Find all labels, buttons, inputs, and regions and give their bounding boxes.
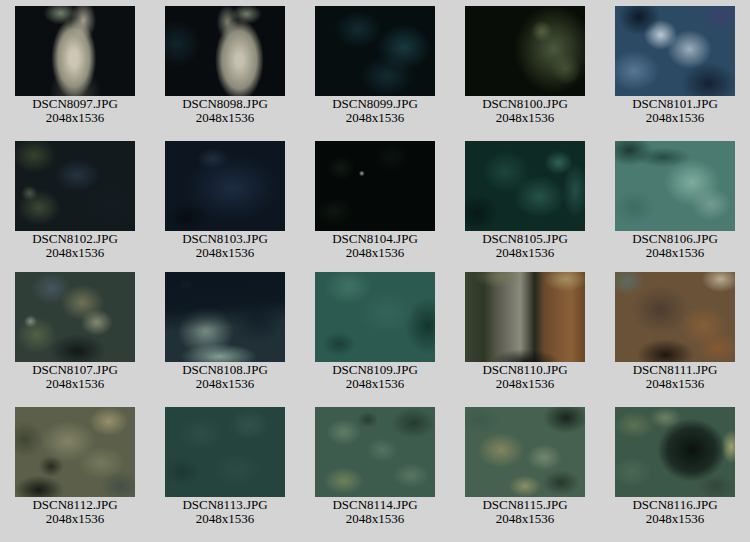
thumbnail-caption: DSCN8097.JPG 2048x1536 [0, 97, 150, 125]
thumbnail-cell: DSCN8097.JPG 2048x1536 [0, 0, 150, 135]
thumbnail-dimensions: 2048x1536 [600, 377, 750, 391]
thumbnail-cell: DSCN8116.JPG 2048x1536 [600, 401, 750, 542]
thumbnail-image[interactable] [465, 407, 585, 497]
thumbnail-image[interactable] [615, 407, 735, 497]
thumbnail-filename: DSCN8105.JPG [450, 232, 600, 246]
thumbnail-cell: DSCN8106.JPG 2048x1536 [600, 135, 750, 266]
thumbnail-cell: DSCN8111.JPG 2048x1536 [600, 266, 750, 401]
thumbnail-image[interactable] [315, 141, 435, 231]
thumbnail-dimensions: 2048x1536 [300, 246, 450, 260]
thumbnail-image[interactable] [165, 6, 285, 96]
thumbnail-filename: DSCN8114.JPG [300, 498, 450, 512]
thumbnail-image[interactable] [615, 141, 735, 231]
thumbnail-filename: DSCN8116.JPG [600, 498, 750, 512]
thumbnail-filename: DSCN8103.JPG [150, 232, 300, 246]
thumbnail-caption: DSCN8114.JPG 2048x1536 [300, 498, 450, 526]
thumbnail-filename: DSCN8099.JPG [300, 97, 450, 111]
thumbnail-dimensions: 2048x1536 [600, 246, 750, 260]
thumbnail-image[interactable] [465, 272, 585, 362]
thumbnail-caption: DSCN8107.JPG 2048x1536 [0, 363, 150, 391]
thumbnail-filename: DSCN8101.JPG [600, 97, 750, 111]
thumbnail-dimensions: 2048x1536 [300, 512, 450, 526]
thumbnail-filename: DSCN8106.JPG [600, 232, 750, 246]
thumbnail-caption: DSCN8113.JPG 2048x1536 [150, 498, 300, 526]
thumbnail-filename: DSCN8115.JPG [450, 498, 600, 512]
thumbnail-caption: DSCN8106.JPG 2048x1536 [600, 232, 750, 260]
thumbnail-image[interactable] [165, 272, 285, 362]
thumbnail-cell: DSCN8108.JPG 2048x1536 [150, 266, 300, 401]
thumbnail-cell: DSCN8105.JPG 2048x1536 [450, 135, 600, 266]
thumbnail-image[interactable] [15, 6, 135, 96]
thumbnail-cell: DSCN8104.JPG 2048x1536 [300, 135, 450, 266]
thumbnail-image[interactable] [615, 272, 735, 362]
thumbnail-cell: DSCN8110.JPG 2048x1536 [450, 266, 600, 401]
thumbnail-dimensions: 2048x1536 [600, 512, 750, 526]
thumbnail-image[interactable] [15, 407, 135, 497]
thumbnail-cell: DSCN8107.JPG 2048x1536 [0, 266, 150, 401]
thumbnail-filename: DSCN8107.JPG [0, 363, 150, 377]
thumbnail-caption: DSCN8105.JPG 2048x1536 [450, 232, 600, 260]
thumbnail-cell: DSCN8112.JPG 2048x1536 [0, 401, 150, 542]
thumbnail-filename: DSCN8100.JPG [450, 97, 600, 111]
thumbnail-dimensions: 2048x1536 [450, 377, 600, 391]
thumbnail-caption: DSCN8108.JPG 2048x1536 [150, 363, 300, 391]
thumbnail-image[interactable] [315, 272, 435, 362]
thumbnail-gallery: DSCN8097.JPG 2048x1536 DSCN8098.JPG 2048… [0, 0, 750, 542]
thumbnail-caption: DSCN8115.JPG 2048x1536 [450, 498, 600, 526]
thumbnail-filename: DSCN8098.JPG [150, 97, 300, 111]
thumbnail-dimensions: 2048x1536 [150, 111, 300, 125]
thumbnail-image[interactable] [315, 407, 435, 497]
thumbnail-cell: DSCN8098.JPG 2048x1536 [150, 0, 300, 135]
thumbnail-dimensions: 2048x1536 [450, 246, 600, 260]
thumbnail-filename: DSCN8102.JPG [0, 232, 150, 246]
thumbnail-caption: DSCN8100.JPG 2048x1536 [450, 97, 600, 125]
thumbnail-caption: DSCN8098.JPG 2048x1536 [150, 97, 300, 125]
thumbnail-caption: DSCN8109.JPG 2048x1536 [300, 363, 450, 391]
thumbnail-dimensions: 2048x1536 [450, 111, 600, 125]
thumbnail-dimensions: 2048x1536 [300, 377, 450, 391]
thumbnail-filename: DSCN8104.JPG [300, 232, 450, 246]
thumbnail-image[interactable] [165, 141, 285, 231]
thumbnail-image[interactable] [15, 141, 135, 231]
thumbnail-dimensions: 2048x1536 [150, 512, 300, 526]
thumbnail-cell: DSCN8109.JPG 2048x1536 [300, 266, 450, 401]
thumbnail-filename: DSCN8097.JPG [0, 97, 150, 111]
thumbnail-caption: DSCN8103.JPG 2048x1536 [150, 232, 300, 260]
thumbnail-filename: DSCN8108.JPG [150, 363, 300, 377]
thumbnail-image[interactable] [465, 141, 585, 231]
thumbnail-dimensions: 2048x1536 [450, 512, 600, 526]
thumbnail-cell: DSCN8099.JPG 2048x1536 [300, 0, 450, 135]
thumbnail-cell: DSCN8101.JPG 2048x1536 [600, 0, 750, 135]
thumbnail-cell: DSCN8115.JPG 2048x1536 [450, 401, 600, 542]
thumbnail-dimensions: 2048x1536 [0, 246, 150, 260]
thumbnail-dimensions: 2048x1536 [300, 111, 450, 125]
thumbnail-image[interactable] [15, 272, 135, 362]
thumbnail-filename: DSCN8109.JPG [300, 363, 450, 377]
thumbnail-image[interactable] [615, 6, 735, 96]
thumbnail-filename: DSCN8113.JPG [150, 498, 300, 512]
thumbnail-caption: DSCN8111.JPG 2048x1536 [600, 363, 750, 391]
thumbnail-dimensions: 2048x1536 [600, 111, 750, 125]
thumbnail-dimensions: 2048x1536 [150, 377, 300, 391]
thumbnail-caption: DSCN8102.JPG 2048x1536 [0, 232, 150, 260]
thumbnail-caption: DSCN8101.JPG 2048x1536 [600, 97, 750, 125]
thumbnail-caption: DSCN8110.JPG 2048x1536 [450, 363, 600, 391]
thumbnail-filename: DSCN8112.JPG [0, 498, 150, 512]
thumbnail-filename: DSCN8111.JPG [600, 363, 750, 377]
thumbnail-image[interactable] [165, 407, 285, 497]
thumbnail-cell: DSCN8102.JPG 2048x1536 [0, 135, 150, 266]
thumbnail-cell: DSCN8100.JPG 2048x1536 [450, 0, 600, 135]
thumbnail-caption: DSCN8116.JPG 2048x1536 [600, 498, 750, 526]
thumbnail-dimensions: 2048x1536 [0, 111, 150, 125]
thumbnail-filename: DSCN8110.JPG [450, 363, 600, 377]
thumbnail-cell: DSCN8103.JPG 2048x1536 [150, 135, 300, 266]
thumbnail-cell: DSCN8114.JPG 2048x1536 [300, 401, 450, 542]
thumbnail-image[interactable] [465, 6, 585, 96]
thumbnail-dimensions: 2048x1536 [0, 377, 150, 391]
thumbnail-dimensions: 2048x1536 [150, 246, 300, 260]
thumbnail-caption: DSCN8104.JPG 2048x1536 [300, 232, 450, 260]
thumbnail-image[interactable] [315, 6, 435, 96]
thumbnail-cell: DSCN8113.JPG 2048x1536 [150, 401, 300, 542]
thumbnail-dimensions: 2048x1536 [0, 512, 150, 526]
thumbnail-caption: DSCN8099.JPG 2048x1536 [300, 97, 450, 125]
